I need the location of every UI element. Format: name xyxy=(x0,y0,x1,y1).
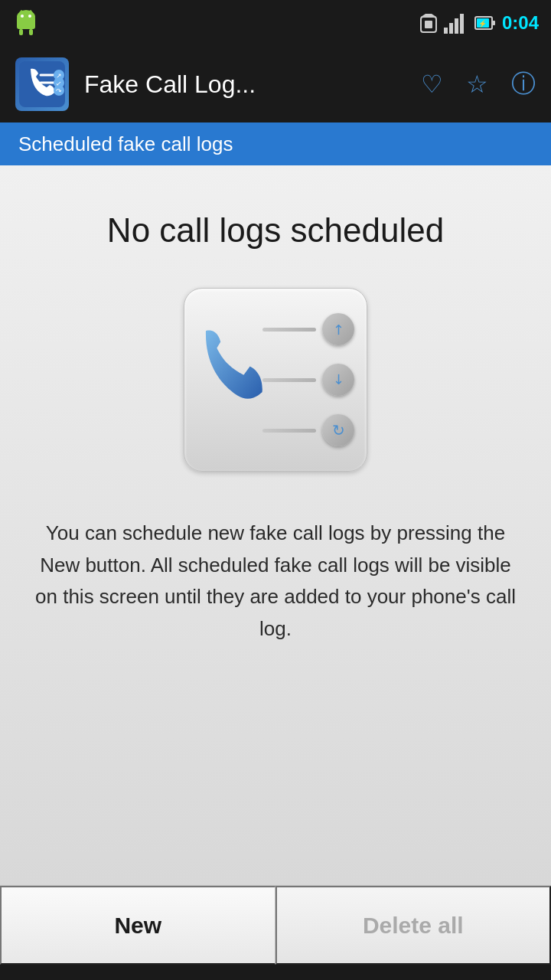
app-logo: ↗ ↙ ↷ xyxy=(15,57,69,111)
svg-rect-3 xyxy=(29,29,33,35)
app-icon-illustration: ↗ ↗ ↻ xyxy=(184,288,367,472)
svg-rect-10 xyxy=(425,21,432,28)
svg-rect-14 xyxy=(460,14,464,34)
svg-marker-9 xyxy=(421,14,436,17)
svg-text:⚡: ⚡ xyxy=(478,19,487,28)
svg-rect-2 xyxy=(19,29,23,35)
svg-rect-16 xyxy=(492,21,495,25)
empty-description: You can schedule new fake call logs by p… xyxy=(31,518,520,645)
svg-point-4 xyxy=(21,15,24,18)
status-right: ⚡ 0:04 xyxy=(419,12,539,34)
svg-rect-1 xyxy=(17,17,35,29)
nav-bar xyxy=(0,965,551,980)
battery-icon: ⚡ xyxy=(474,15,496,31)
svg-point-5 xyxy=(28,15,31,18)
android-icon xyxy=(12,9,40,37)
main-content: No call logs scheduled ↗ xyxy=(0,165,551,885)
star-icon[interactable]: ☆ xyxy=(466,70,488,99)
delete-all-button[interactable]: Delete all xyxy=(276,886,552,965)
phone-logs-graphic: ↗ ↗ ↻ xyxy=(197,313,354,446)
svg-rect-13 xyxy=(455,18,458,34)
recents-button[interactable] xyxy=(429,975,490,980)
app-logo-icon: ↗ ↙ ↷ xyxy=(19,61,65,107)
sub-header-title: Scheduled fake call logs xyxy=(18,132,233,156)
status-left xyxy=(12,9,40,37)
app-bar: ↗ ↙ ↷ Fake Call Log... ♡ ☆ ⓘ xyxy=(0,46,551,122)
sim-icon xyxy=(419,12,438,34)
new-button[interactable]: New xyxy=(0,886,276,965)
back-button[interactable] xyxy=(61,975,122,980)
svg-rect-11 xyxy=(444,28,448,34)
svg-rect-12 xyxy=(449,23,453,34)
sub-header: Scheduled fake call logs xyxy=(0,122,551,165)
app-title: Fake Call Log... xyxy=(84,70,406,99)
empty-title: No call logs scheduled xyxy=(107,211,444,250)
home-button[interactable] xyxy=(245,975,306,980)
heart-icon[interactable]: ♡ xyxy=(421,70,443,99)
status-bar: ⚡ 0:04 xyxy=(0,0,551,46)
phone-graphic xyxy=(197,318,273,441)
bottom-bar: New Delete all xyxy=(0,885,551,965)
svg-text:↷: ↷ xyxy=(56,87,62,95)
info-icon[interactable]: ⓘ xyxy=(511,67,536,101)
status-time: 0:04 xyxy=(502,12,539,34)
signal-icon xyxy=(444,12,468,34)
app-bar-icons: ♡ ☆ ⓘ xyxy=(421,67,536,101)
